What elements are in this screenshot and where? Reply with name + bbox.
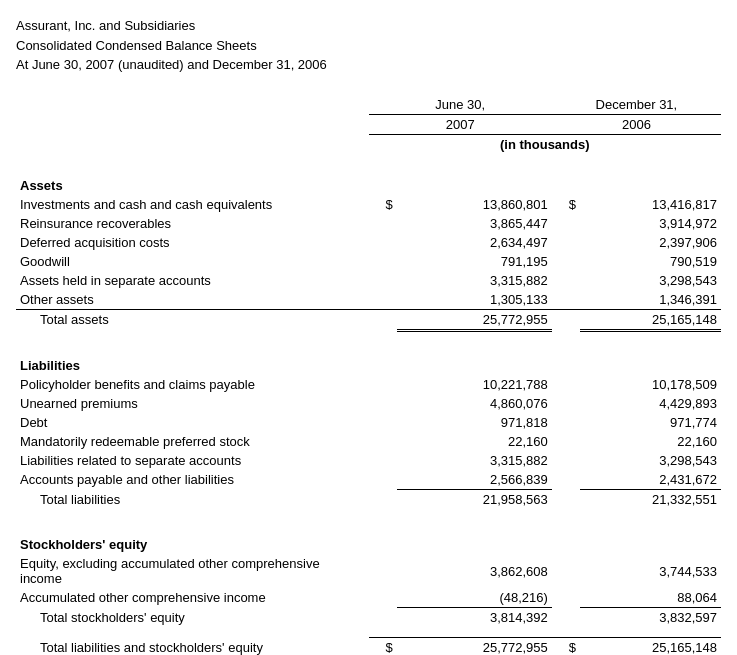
total-liabilities-row: Total liabilities 21,958,563 21,332,551 — [16, 490, 721, 510]
dollar1 — [369, 413, 397, 432]
assets-section-label: Assets — [16, 164, 369, 195]
table-row: Equity, excluding accumulated other comp… — [16, 554, 721, 588]
dollar2 — [552, 252, 580, 271]
val2: 2,397,906 — [580, 233, 721, 252]
val1: 791,195 — [397, 252, 552, 271]
dollar2 — [552, 394, 580, 413]
report-title: Consolidated Condensed Balance Sheets — [16, 36, 721, 56]
dollar1 — [369, 588, 397, 608]
row-label: Deferred acquisition costs — [16, 233, 369, 252]
row-label: Accumulated other comprehensive income — [16, 588, 369, 608]
subtotal-equity-val1: 3,814,392 — [397, 608, 552, 628]
report-date: At June 30, 2007 (unaudited) and Decembe… — [16, 55, 721, 75]
row-label: Investments and cash and cash equivalent… — [16, 195, 369, 214]
empty-unit — [16, 134, 369, 154]
equity-header-row: Stockholders' equity — [16, 523, 721, 554]
total-dollar2 — [552, 309, 580, 330]
table-row: Deferred acquisition costs 2,634,497 2,3… — [16, 233, 721, 252]
dollar2: $ — [552, 195, 580, 214]
val2: 3,744,533 — [580, 554, 721, 588]
table-row: Accounts payable and other liabilities 2… — [16, 470, 721, 490]
grand-total-val1: 25,772,955 — [397, 637, 552, 655]
table-row: Other assets 1,305,133 1,346,391 — [16, 290, 721, 310]
val2: 1,346,391 — [580, 290, 721, 310]
val1: 4,860,076 — [397, 394, 552, 413]
val2: 3,298,543 — [580, 271, 721, 290]
val1: 3,315,882 — [397, 451, 552, 470]
val2: 790,519 — [580, 252, 721, 271]
liabilities-header-row: Liabilities — [16, 344, 721, 375]
table-row: Liabilities related to separate accounts… — [16, 451, 721, 470]
dollar1 — [369, 394, 397, 413]
table-row: Debt 971,818 971,774 — [16, 413, 721, 432]
report-header: Assurant, Inc. and Subsidiaries Consolid… — [16, 16, 721, 75]
grand-total-dollar2: $ — [552, 637, 580, 655]
equity-section-label: Stockholders' equity — [16, 523, 369, 554]
val1: 971,818 — [397, 413, 552, 432]
assets-header-row: Assets — [16, 164, 721, 195]
grand-total-label: Total liabilities and stockholders' equi… — [16, 637, 369, 655]
total-dollar1 — [369, 309, 397, 330]
empty-header — [16, 95, 369, 115]
dollar2 — [552, 271, 580, 290]
dollar1 — [369, 451, 397, 470]
dollar1 — [369, 290, 397, 310]
col2-group-header: December 31, — [552, 95, 721, 115]
val2: 88,064 — [580, 588, 721, 608]
val1: 2,634,497 — [397, 233, 552, 252]
row-label: Equity, excluding accumulated other comp… — [16, 554, 369, 588]
subtotal-equity-label: Total stockholders' equity — [16, 608, 369, 628]
dollar1 — [369, 252, 397, 271]
company-name: Assurant, Inc. and Subsidiaries — [16, 16, 721, 36]
col1-group-header: June 30, — [369, 95, 552, 115]
val2: 13,416,817 — [580, 195, 721, 214]
total-liabilities-val2: 21,332,551 — [580, 490, 721, 510]
val1: 10,221,788 — [397, 375, 552, 394]
row-label: Accounts payable and other liabilities — [16, 470, 369, 490]
balance-sheet-table: June 30, December 31, 2007 2006 (in thou… — [16, 95, 721, 656]
val2: 3,298,543 — [580, 451, 721, 470]
dollar1 — [369, 375, 397, 394]
grand-total-dollar1: $ — [369, 637, 397, 655]
dollar2 — [552, 451, 580, 470]
dollar1 — [369, 470, 397, 490]
val1: 22,160 — [397, 432, 552, 451]
row-label: Mandatorily redeemable preferred stock — [16, 432, 369, 451]
table-row: Accumulated other comprehensive income (… — [16, 588, 721, 608]
total-assets-val1: 25,772,955 — [397, 309, 552, 330]
total-equity-row: Total stockholders' equity 3,814,392 3,8… — [16, 608, 721, 628]
dollar1 — [369, 554, 397, 588]
val2: 10,178,509 — [580, 375, 721, 394]
grand-total-row: Total liabilities and stockholders' equi… — [16, 637, 721, 655]
val1: 13,860,801 — [397, 195, 552, 214]
val1: 3,865,447 — [397, 214, 552, 233]
row-label: Liabilities related to separate accounts — [16, 451, 369, 470]
dollar1: $ — [369, 195, 397, 214]
row-label: Debt — [16, 413, 369, 432]
dollar2 — [552, 233, 580, 252]
dollar2 — [552, 290, 580, 310]
col1-year: 2007 — [369, 114, 552, 134]
total-liabilities-label: Total liabilities — [16, 490, 369, 510]
dollar2 — [552, 554, 580, 588]
row-label: Assets held in separate accounts — [16, 271, 369, 290]
dollar2 — [552, 470, 580, 490]
dollar2 — [552, 432, 580, 451]
total-liabilities-val1: 21,958,563 — [397, 490, 552, 510]
table-row: Goodwill 791,195 790,519 — [16, 252, 721, 271]
dollar1 — [369, 432, 397, 451]
row-label: Other assets — [16, 290, 369, 310]
total-assets-val2: 25,165,148 — [580, 309, 721, 330]
dollar2 — [552, 588, 580, 608]
val2: 2,431,672 — [580, 470, 721, 490]
val1: 1,305,133 — [397, 290, 552, 310]
row-label: Goodwill — [16, 252, 369, 271]
table-row: Mandatorily redeemable preferred stock 2… — [16, 432, 721, 451]
dollar1 — [369, 271, 397, 290]
row-label: Policyholder benefits and claims payable — [16, 375, 369, 394]
val2: 3,914,972 — [580, 214, 721, 233]
table-row: Unearned premiums 4,860,076 4,429,893 — [16, 394, 721, 413]
subtotal-equity-val2: 3,832,597 — [580, 608, 721, 628]
val2: 971,774 — [580, 413, 721, 432]
total-assets-label: Total assets — [16, 309, 369, 330]
